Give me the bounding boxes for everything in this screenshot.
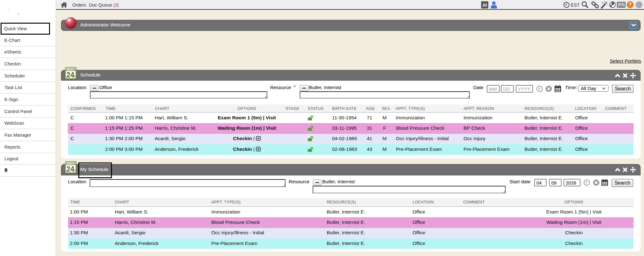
svg-text:24: 24 — [66, 165, 75, 173]
svg-text:24: 24 — [66, 71, 75, 79]
